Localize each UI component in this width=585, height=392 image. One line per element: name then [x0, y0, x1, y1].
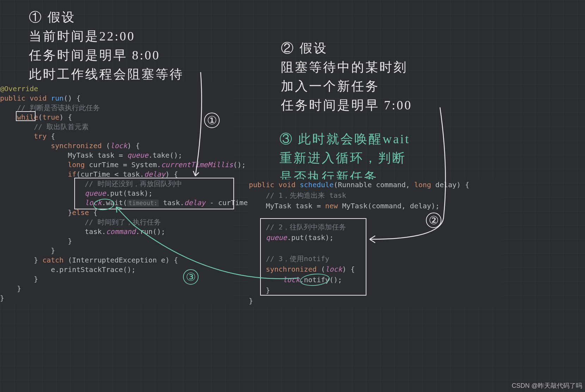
watermark: CSDN @昨天敲代码了吗 — [512, 381, 582, 390]
highlight-while — [16, 111, 36, 121]
marker-1: ① — [204, 113, 220, 128]
note-1: ① 假设 当前时间是22:00 任务时间是明早 8:00 此时工作线程会阻塞等待 — [29, 8, 184, 84]
marker-3: ③ — [183, 269, 199, 285]
note-3: ③ 此时就会唤醒wait 重新进入循环，判断 是否执行新任务 — [279, 129, 410, 186]
marker-2: ② — [426, 213, 441, 228]
note-2: ② 假设 阻塞等待中的某时刻 加入一个新任务 任务时间是明早 7:00 — [281, 39, 412, 115]
